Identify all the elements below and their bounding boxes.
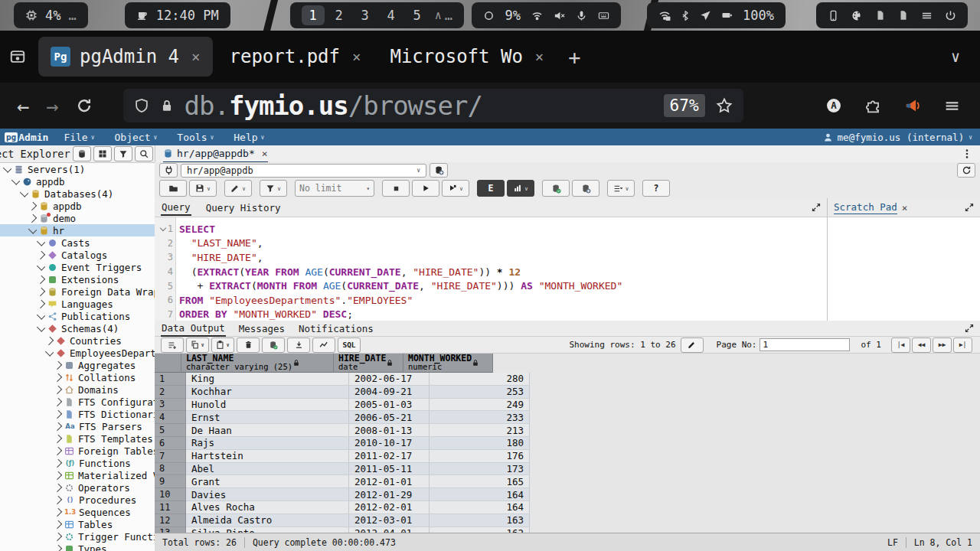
tree-item-languages[interactable]: Languages	[0, 298, 155, 310]
cell[interactable]: 2004-09-21	[349, 386, 430, 399]
browser-tab-3[interactable]: Microsoft Wo×	[377, 37, 556, 77]
row-number-cell[interactable]: 8	[155, 463, 186, 476]
app-menu-icon[interactable]	[944, 98, 960, 114]
cell[interactable]: 2012-02-01	[349, 501, 430, 514]
chevron-down-icon[interactable]	[37, 237, 45, 246]
browser-tab-2[interactable]: report.pdf×	[217, 37, 374, 77]
chevron-right-icon[interactable]	[54, 422, 62, 430]
cell[interactable]: 164	[430, 501, 530, 514]
tree-item-foreign-tables[interactable]: Foreign Tables	[0, 445, 155, 457]
tab-query[interactable]: Query	[161, 200, 191, 216]
tree-item-aggregates[interactable]: Aggregates	[0, 359, 155, 371]
workspace-3[interactable]: 3	[354, 5, 377, 25]
tree-item-appdb[interactable]: appdb	[0, 175, 155, 187]
chevron-right-icon[interactable]	[54, 483, 62, 491]
cell[interactable]: 280	[430, 373, 530, 386]
menu-file[interactable]: File∨	[64, 132, 94, 143]
tree-item-trigger-functions[interactable]: Trigger Functions	[0, 530, 155, 543]
row-number-cell[interactable]: 2	[155, 386, 186, 399]
row-number-cell[interactable]: 9	[155, 475, 186, 488]
save-button[interactable]: ∨	[189, 180, 217, 197]
reload-icon[interactable]	[76, 97, 93, 114]
forward-button[interactable]: →	[46, 96, 58, 116]
chevron-right-icon[interactable]	[37, 250, 45, 259]
copy-button[interactable]: ∨	[186, 337, 209, 353]
rollback-button[interactable]	[572, 180, 599, 197]
chevron-right-icon[interactable]	[54, 434, 62, 442]
menu-help[interactable]: Help∨	[234, 132, 264, 143]
tree-item-appdb[interactable]: appdb	[0, 200, 155, 212]
workspace-5[interactable]: 5	[406, 5, 429, 25]
cell[interactable]: 213	[430, 424, 530, 437]
cell[interactable]: Alves Rocha	[186, 501, 349, 514]
filter-button[interactable]: ∨	[260, 180, 287, 197]
edit-button[interactable]: ∨	[224, 180, 252, 197]
row-number-cell[interactable]: 12	[155, 514, 186, 527]
tree-item-tables[interactable]: Tables	[0, 518, 155, 530]
chevron-right-icon[interactable]	[37, 287, 45, 295]
cell[interactable]: Almeida Castro	[186, 514, 349, 527]
column-header-last_name[interactable]: LAST_NAMEcharacter varying (25)	[181, 354, 334, 373]
cell[interactable]: King	[186, 373, 349, 386]
cell[interactable]: 2011-02-17	[349, 450, 430, 463]
row-number-cell[interactable]: 11	[155, 501, 186, 514]
fold-chevron-icon[interactable]	[160, 225, 166, 231]
tree-item-databases-4-[interactable]: Databases(4)	[0, 187, 155, 200]
cell[interactable]: Kochhar	[186, 386, 349, 399]
cell[interactable]: 180	[430, 437, 530, 450]
chevron-down-icon[interactable]	[37, 311, 45, 319]
back-button[interactable]: ←	[17, 96, 29, 116]
lock-icon[interactable]	[160, 99, 174, 112]
sql-button[interactable]: SQL	[338, 337, 361, 353]
tree-item-employeesdepartments[interactable]: EmployeesDepartments	[0, 347, 155, 359]
chevron-right-icon[interactable]	[54, 458, 62, 467]
refresh-layout-button[interactable]	[957, 163, 975, 178]
megaphone-extension-icon[interactable]	[904, 97, 921, 114]
status-widget[interactable]: 9%	[472, 2, 621, 28]
tab-close-icon[interactable]: ×	[191, 48, 200, 65]
cell[interactable]: 233	[430, 411, 530, 424]
tree-item-domains[interactable]: Domains	[0, 383, 155, 396]
connection-select[interactable]: hr/app@appdb ∨	[181, 164, 426, 178]
connection-status-icon[interactable]	[159, 163, 178, 178]
cell[interactable]: 2008-01-13	[349, 424, 430, 437]
cpu-widget[interactable]: 4% …	[14, 2, 88, 28]
menu-tools[interactable]: Tools∨	[177, 132, 214, 143]
delete-row-button[interactable]	[237, 337, 260, 353]
expand-panel-icon[interactable]	[812, 203, 821, 212]
chevron-right-icon[interactable]	[54, 471, 62, 479]
last-page-button[interactable]: ▶|	[953, 337, 972, 353]
chevron-right-icon[interactable]	[54, 373, 62, 381]
cell[interactable]: 2002-06-17	[349, 373, 430, 386]
cell[interactable]: 2006-05-21	[349, 411, 430, 424]
close-icon[interactable]: ×	[262, 148, 268, 159]
paste-button[interactable]: ∨	[211, 337, 234, 353]
row-number-cell[interactable]: 1	[155, 373, 186, 386]
new-connection-button[interactable]	[430, 163, 448, 178]
firefox-view-icon[interactable]	[9, 48, 26, 65]
tree-item-catalogs[interactable]: Catalogs	[0, 249, 155, 261]
cell[interactable]: 2011-05-11	[349, 463, 430, 476]
sql-editor[interactable]: 1234567 SELECT "LAST_NAME", "HIRE_DATE",…	[155, 217, 827, 321]
chevron-right-icon[interactable]	[54, 532, 62, 540]
tree-item-materialized-views[interactable]: Materialized Views	[0, 469, 155, 481]
next-page-button[interactable]: ▶▶	[933, 337, 952, 353]
tree-item-functions[interactable]: (ƒ)Functions	[0, 457, 155, 469]
explain-button[interactable]: E	[477, 180, 505, 197]
more-options-kebab-icon[interactable]	[962, 148, 972, 159]
eol-mode[interactable]: LF	[887, 537, 898, 548]
scratch-pad-tab[interactable]: Scratch Pad	[834, 201, 897, 214]
bookmark-star-icon[interactable]	[716, 97, 733, 114]
close-icon[interactable]: ×	[902, 202, 908, 214]
column-header-month_worked[interactable]: MONTH_WORKEDnumeric	[403, 354, 493, 373]
workspace-switcher[interactable]: 12345 ∧ …	[290, 2, 464, 28]
chevron-down-icon[interactable]	[37, 323, 45, 331]
tree-item-extensions[interactable]: Extensions	[0, 273, 155, 285]
browser-tab-1[interactable]: PgpgAdmin 4×	[38, 37, 213, 77]
open-file-button[interactable]	[159, 180, 187, 197]
stop-button[interactable]	[382, 180, 410, 197]
tree-item-publications[interactable]: Publications	[0, 310, 155, 322]
cell[interactable]: Abel	[186, 463, 349, 476]
chevron-right-icon[interactable]	[54, 409, 62, 418]
tree-item-operators[interactable]: Operators	[0, 481, 155, 494]
